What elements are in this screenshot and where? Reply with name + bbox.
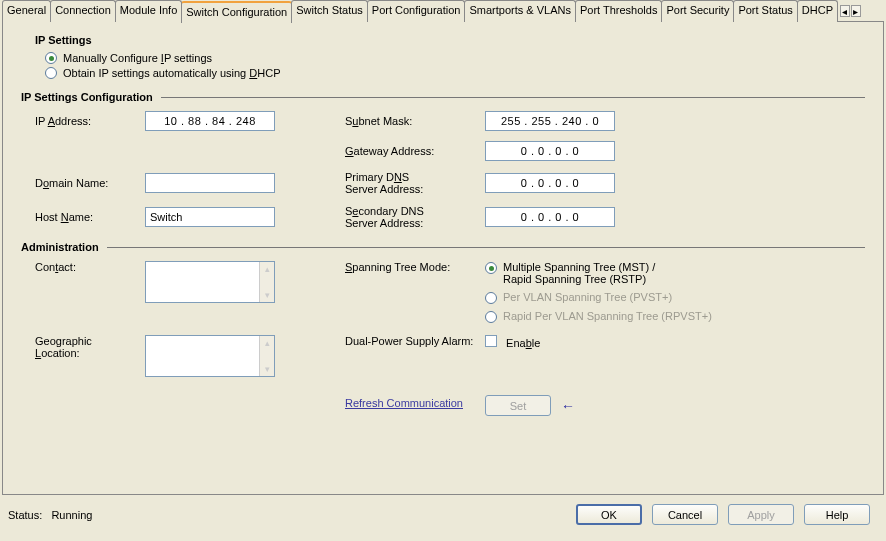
stm-mst-option[interactable]: Multiple Spanning Tree (MST) /Rapid Span… <box>485 261 865 285</box>
ok-button[interactable]: OK <box>576 504 642 525</box>
location-label: GeographicLocation: <box>35 335 145 359</box>
scrollbar[interactable]: ▴ ▾ <box>259 262 274 302</box>
contact-label: Contact: <box>35 261 145 273</box>
host-name-input[interactable] <box>145 207 275 227</box>
enable-checkbox[interactable] <box>485 335 497 347</box>
refresh-communication-link[interactable]: Refresh Communication <box>345 397 463 409</box>
ip-config-grid: IP Address: 10 . 88 . 84 . 248 Subnet Ma… <box>35 111 865 229</box>
set-button[interactable]: Set <box>485 395 551 416</box>
subnet-mask-label: Subnet Mask: <box>345 115 485 127</box>
radio-icon <box>45 67 57 79</box>
subnet-mask-input[interactable]: 255 . 255 . 240 . 0 <box>485 111 615 131</box>
ip-address-label: IP Address: <box>35 115 145 127</box>
arrow-left-icon: ← <box>561 398 575 414</box>
radio-manual-row[interactable]: Manually Configure IP settings <box>45 52 865 64</box>
spanning-tree-options: Multiple Spanning Tree (MST) /Rapid Span… <box>485 261 865 329</box>
secondary-dns-input[interactable]: 0 . 0 . 0 . 0 <box>485 207 615 227</box>
ip-config-title: IP Settings Configuration <box>21 91 153 103</box>
dual-power-label: Dual-Power Supply Alarm: <box>345 335 485 347</box>
radio-dhcp-label: Obtain IP settings automatically using D… <box>63 67 280 79</box>
footer: Status: Running OK Cancel Apply Help <box>0 496 886 525</box>
tab-bar: General Connection Module Info Switch Co… <box>2 0 886 22</box>
divider <box>161 97 865 98</box>
cancel-button[interactable]: Cancel <box>652 504 718 525</box>
scroll-up-icon[interactable]: ▴ <box>260 262 274 276</box>
stm-mst-label: Multiple Spanning Tree (MST) /Rapid Span… <box>503 261 655 285</box>
radio-icon <box>485 262 497 274</box>
dual-power-row: Enable <box>485 335 865 349</box>
tab-port-configuration[interactable]: Port Configuration <box>367 0 466 22</box>
radio-icon <box>485 292 497 304</box>
radio-icon <box>45 52 57 64</box>
tab-scroll-left-icon[interactable]: ◂ <box>840 5 850 17</box>
stm-rpvst-label: Rapid Per VLAN Spanning Tree (RPVST+) <box>503 310 712 322</box>
scroll-down-icon[interactable]: ▾ <box>260 288 274 302</box>
gateway-input[interactable]: 0 . 0 . 0 . 0 <box>485 141 615 161</box>
tab-dhcp[interactable]: DHCP <box>797 0 838 22</box>
radio-dhcp-row[interactable]: Obtain IP settings automatically using D… <box>45 67 865 79</box>
secondary-dns-label: Secondary DNSServer Address: <box>345 205 485 229</box>
tab-connection[interactable]: Connection <box>50 0 116 22</box>
tab-smartports-vlans[interactable]: Smartports & VLANs <box>464 0 575 22</box>
stm-rpvst-option[interactable]: Rapid Per VLAN Spanning Tree (RPVST+) <box>485 310 865 323</box>
tab-switch-configuration[interactable]: Switch Configuration <box>181 1 292 23</box>
domain-input[interactable] <box>145 173 275 193</box>
admin-header: Administration <box>21 241 865 253</box>
tab-port-status[interactable]: Port Status <box>733 0 797 22</box>
tab-port-thresholds[interactable]: Port Thresholds <box>575 0 662 22</box>
tab-module-info[interactable]: Module Info <box>115 0 182 22</box>
divider <box>107 247 865 248</box>
status-value: Running <box>51 509 92 521</box>
radio-icon <box>485 311 497 323</box>
scroll-down-icon[interactable]: ▾ <box>260 362 274 376</box>
apply-button[interactable]: Apply <box>728 504 794 525</box>
help-button[interactable]: Help <box>804 504 870 525</box>
primary-dns-input[interactable]: 0 . 0 . 0 . 0 <box>485 173 615 193</box>
scrollbar[interactable]: ▴ ▾ <box>259 336 274 376</box>
admin-title: Administration <box>21 241 99 253</box>
stm-pvst-label: Per VLAN Spanning Tree (PVST+) <box>503 291 672 303</box>
ip-address-input[interactable]: 10 . 88 . 84 . 248 <box>145 111 275 131</box>
ip-settings-title: IP Settings <box>35 34 865 46</box>
location-input[interactable]: ▴ ▾ <box>145 335 275 377</box>
radio-manual-label: Manually Configure IP settings <box>63 52 212 64</box>
tab-general[interactable]: General <box>2 0 51 22</box>
tab-scroll-right-icon[interactable]: ▸ <box>851 5 861 17</box>
host-name-label: Host Name: <box>35 211 145 223</box>
tab-switch-status[interactable]: Switch Status <box>291 0 368 22</box>
domain-label: Domain Name: <box>35 177 145 189</box>
panel-switch-configuration: IP Settings Manually Configure IP settin… <box>2 21 884 495</box>
scroll-up-icon[interactable]: ▴ <box>260 336 274 350</box>
ip-config-header: IP Settings Configuration <box>21 91 865 103</box>
spanning-tree-label: Spanning Tree Mode: <box>345 261 485 273</box>
contact-input[interactable]: ▴ ▾ <box>145 261 275 303</box>
stm-pvst-option[interactable]: Per VLAN Spanning Tree (PVST+) <box>485 291 865 304</box>
tab-port-security[interactable]: Port Security <box>661 0 734 22</box>
gateway-label: Gateway Address: <box>345 145 485 157</box>
status-label: Status: <box>8 509 42 521</box>
tab-scroll: ◂ ▸ <box>837 0 863 22</box>
admin-grid: Contact: ▴ ▾ Spanning Tree Mode: Multipl… <box>35 261 865 416</box>
enable-label: Enable <box>506 337 540 349</box>
primary-dns-label: Primary DNSServer Address: <box>345 171 485 195</box>
